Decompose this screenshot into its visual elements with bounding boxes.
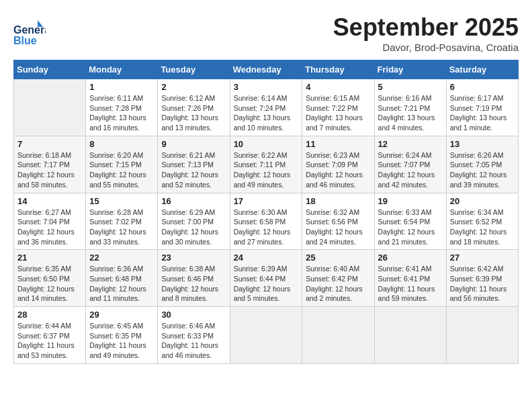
day-of-week-header: Saturday bbox=[446, 60, 518, 79]
day-number: 18 bbox=[306, 196, 370, 206]
calendar-cell: 23Sunrise: 6:38 AM Sunset: 6:46 PM Dayli… bbox=[158, 250, 230, 307]
day-info: Sunrise: 6:15 AM Sunset: 7:22 PM Dayligh… bbox=[306, 93, 370, 133]
day-info: Sunrise: 6:16 AM Sunset: 7:21 PM Dayligh… bbox=[378, 93, 443, 133]
day-number: 22 bbox=[89, 253, 154, 263]
calendar-cell: 19Sunrise: 6:33 AM Sunset: 6:54 PM Dayli… bbox=[374, 193, 446, 250]
day-of-week-header: Wednesday bbox=[230, 60, 302, 79]
calendar-cell: 30Sunrise: 6:46 AM Sunset: 6:33 PM Dayli… bbox=[158, 307, 230, 364]
calendar-week-row: 7Sunrise: 6:18 AM Sunset: 7:17 PM Daylig… bbox=[14, 136, 519, 193]
calendar-cell: 11Sunrise: 6:23 AM Sunset: 7:09 PM Dayli… bbox=[302, 136, 374, 193]
day-info: Sunrise: 6:17 AM Sunset: 7:19 PM Dayligh… bbox=[450, 93, 515, 133]
day-info: Sunrise: 6:39 AM Sunset: 6:44 PM Dayligh… bbox=[234, 264, 299, 304]
calendar-cell: 2Sunrise: 6:12 AM Sunset: 7:26 PM Daylig… bbox=[158, 79, 230, 136]
calendar-cell: 18Sunrise: 6:32 AM Sunset: 6:56 PM Dayli… bbox=[302, 193, 374, 250]
month-title: September 2025 bbox=[333, 13, 519, 42]
calendar-cell: 8Sunrise: 6:20 AM Sunset: 7:15 PM Daylig… bbox=[86, 136, 158, 193]
calendar-week-row: 21Sunrise: 6:35 AM Sunset: 6:50 PM Dayli… bbox=[14, 250, 519, 307]
calendar-cell: 15Sunrise: 6:28 AM Sunset: 7:02 PM Dayli… bbox=[86, 193, 158, 250]
day-number: 17 bbox=[234, 196, 299, 206]
day-info: Sunrise: 6:29 AM Sunset: 7:00 PM Dayligh… bbox=[161, 208, 226, 247]
calendar-cell: 20Sunrise: 6:34 AM Sunset: 6:52 PM Dayli… bbox=[446, 193, 518, 250]
day-number: 12 bbox=[378, 139, 443, 149]
day-number: 24 bbox=[234, 253, 299, 263]
day-info: Sunrise: 6:27 AM Sunset: 7:04 PM Dayligh… bbox=[17, 208, 82, 247]
svg-marker-2 bbox=[38, 20, 43, 27]
day-number: 5 bbox=[378, 82, 443, 92]
day-number: 6 bbox=[450, 82, 515, 92]
day-info: Sunrise: 6:18 AM Sunset: 7:17 PM Dayligh… bbox=[17, 150, 82, 190]
calendar-cell: 1Sunrise: 6:11 AM Sunset: 7:28 PM Daylig… bbox=[86, 79, 158, 136]
day-info: Sunrise: 6:38 AM Sunset: 6:46 PM Dayligh… bbox=[161, 264, 226, 304]
day-number: 19 bbox=[378, 196, 443, 206]
day-info: Sunrise: 6:32 AM Sunset: 6:56 PM Dayligh… bbox=[306, 208, 370, 247]
calendar-cell: 29Sunrise: 6:45 AM Sunset: 6:35 PM Dayli… bbox=[86, 307, 158, 364]
calendar-cell: 14Sunrise: 6:27 AM Sunset: 7:04 PM Dayli… bbox=[14, 193, 86, 250]
day-info: Sunrise: 6:11 AM Sunset: 7:28 PM Dayligh… bbox=[89, 93, 154, 133]
calendar-cell bbox=[14, 79, 86, 136]
calendar-cell: 28Sunrise: 6:44 AM Sunset: 6:37 PM Dayli… bbox=[14, 307, 86, 364]
calendar-cell: 6Sunrise: 6:17 AM Sunset: 7:19 PM Daylig… bbox=[446, 79, 518, 136]
day-info: Sunrise: 6:46 AM Sunset: 6:33 PM Dayligh… bbox=[161, 321, 226, 361]
title-block: September 2025 Davor, Brod-Posavina, Cro… bbox=[333, 13, 519, 53]
calendar-cell: 25Sunrise: 6:40 AM Sunset: 6:42 PM Dayli… bbox=[302, 250, 374, 307]
calendar-week-row: 28Sunrise: 6:44 AM Sunset: 6:37 PM Dayli… bbox=[14, 307, 519, 364]
day-number: 23 bbox=[161, 253, 226, 263]
day-info: Sunrise: 6:30 AM Sunset: 6:58 PM Dayligh… bbox=[234, 208, 299, 247]
day-info: Sunrise: 6:12 AM Sunset: 7:26 PM Dayligh… bbox=[161, 93, 226, 133]
calendar-header-row: SundayMondayTuesdayWednesdayThursdayFrid… bbox=[14, 60, 519, 79]
calendar-cell bbox=[230, 307, 302, 364]
day-number: 16 bbox=[161, 196, 226, 206]
page-header: General Blue September 2025 Davor, Brod-… bbox=[13, 13, 519, 53]
calendar-body: 1Sunrise: 6:11 AM Sunset: 7:28 PM Daylig… bbox=[14, 79, 519, 364]
day-of-week-header: Tuesday bbox=[158, 60, 230, 79]
day-number: 29 bbox=[89, 310, 154, 320]
calendar-cell bbox=[446, 307, 518, 364]
day-info: Sunrise: 6:42 AM Sunset: 6:39 PM Dayligh… bbox=[450, 264, 515, 304]
calendar-cell: 24Sunrise: 6:39 AM Sunset: 6:44 PM Dayli… bbox=[230, 250, 302, 307]
calendar-cell: 17Sunrise: 6:30 AM Sunset: 6:58 PM Dayli… bbox=[230, 193, 302, 250]
calendar-cell: 26Sunrise: 6:41 AM Sunset: 6:41 PM Dayli… bbox=[374, 250, 446, 307]
day-number: 1 bbox=[89, 82, 154, 92]
day-info: Sunrise: 6:22 AM Sunset: 7:11 PM Dayligh… bbox=[234, 150, 299, 190]
day-number: 28 bbox=[17, 310, 82, 320]
calendar-cell: 13Sunrise: 6:26 AM Sunset: 7:05 PM Dayli… bbox=[446, 136, 518, 193]
day-number: 9 bbox=[161, 139, 226, 149]
calendar-cell: 3Sunrise: 6:14 AM Sunset: 7:24 PM Daylig… bbox=[230, 79, 302, 136]
day-info: Sunrise: 6:21 AM Sunset: 7:13 PM Dayligh… bbox=[161, 150, 226, 190]
day-info: Sunrise: 6:45 AM Sunset: 6:35 PM Dayligh… bbox=[89, 321, 154, 361]
day-info: Sunrise: 6:24 AM Sunset: 7:07 PM Dayligh… bbox=[378, 150, 443, 190]
day-number: 27 bbox=[450, 253, 515, 263]
day-number: 25 bbox=[306, 253, 370, 263]
day-info: Sunrise: 6:35 AM Sunset: 6:50 PM Dayligh… bbox=[17, 264, 82, 304]
svg-text:Blue: Blue bbox=[13, 35, 37, 46]
day-of-week-header: Monday bbox=[86, 60, 158, 79]
day-number: 8 bbox=[89, 139, 154, 149]
day-info: Sunrise: 6:41 AM Sunset: 6:41 PM Dayligh… bbox=[378, 264, 443, 304]
day-number: 4 bbox=[306, 82, 370, 92]
calendar-cell bbox=[374, 307, 446, 364]
day-of-week-header: Thursday bbox=[302, 60, 374, 79]
calendar-cell: 22Sunrise: 6:36 AM Sunset: 6:48 PM Dayli… bbox=[86, 250, 158, 307]
day-number: 3 bbox=[234, 82, 299, 92]
day-number: 26 bbox=[378, 253, 443, 263]
day-info: Sunrise: 6:44 AM Sunset: 6:37 PM Dayligh… bbox=[17, 321, 82, 361]
location-subtitle: Davor, Brod-Posavina, Croatia bbox=[333, 42, 519, 53]
day-number: 2 bbox=[161, 82, 226, 92]
day-info: Sunrise: 6:36 AM Sunset: 6:48 PM Dayligh… bbox=[89, 264, 154, 304]
day-number: 14 bbox=[17, 196, 82, 206]
day-number: 15 bbox=[89, 196, 154, 206]
day-number: 7 bbox=[17, 139, 82, 149]
calendar-week-row: 14Sunrise: 6:27 AM Sunset: 7:04 PM Dayli… bbox=[14, 193, 519, 250]
calendar-cell: 12Sunrise: 6:24 AM Sunset: 7:07 PM Dayli… bbox=[374, 136, 446, 193]
day-number: 10 bbox=[234, 139, 299, 149]
day-number: 21 bbox=[17, 253, 82, 263]
day-of-week-header: Sunday bbox=[14, 60, 86, 79]
day-info: Sunrise: 6:33 AM Sunset: 6:54 PM Dayligh… bbox=[378, 208, 443, 247]
calendar-table: SundayMondayTuesdayWednesdayThursdayFrid… bbox=[13, 60, 519, 364]
day-info: Sunrise: 6:40 AM Sunset: 6:42 PM Dayligh… bbox=[306, 264, 370, 304]
day-info: Sunrise: 6:14 AM Sunset: 7:24 PM Dayligh… bbox=[234, 93, 299, 133]
day-number: 11 bbox=[306, 139, 370, 149]
day-info: Sunrise: 6:20 AM Sunset: 7:15 PM Dayligh… bbox=[89, 150, 154, 190]
day-info: Sunrise: 6:23 AM Sunset: 7:09 PM Dayligh… bbox=[306, 150, 370, 190]
calendar-cell: 21Sunrise: 6:35 AM Sunset: 6:50 PM Dayli… bbox=[14, 250, 86, 307]
